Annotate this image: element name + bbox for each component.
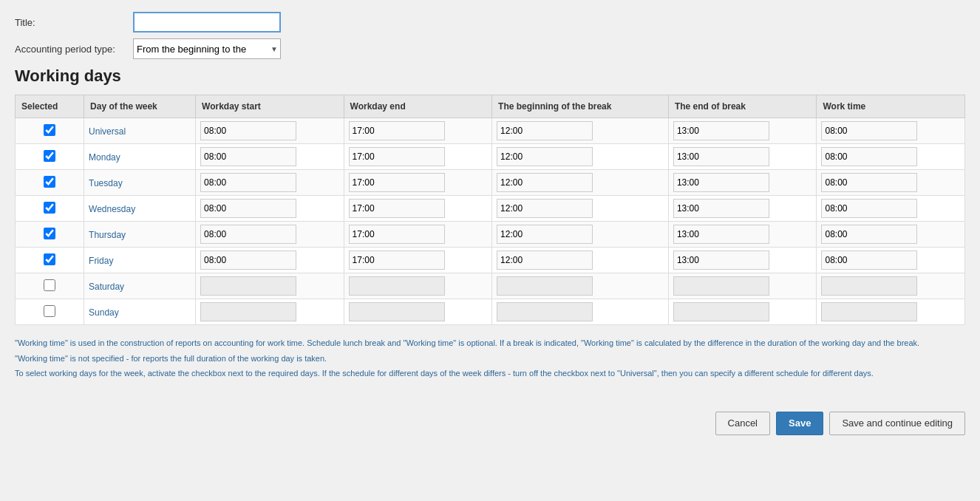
- checkbox-tuesday[interactable]: [44, 176, 55, 188]
- break-start-tuesday[interactable]: [497, 173, 593, 192]
- workday-start-universal[interactable]: [200, 121, 296, 140]
- work-time-thursday[interactable]: [821, 225, 917, 244]
- workday-end-wednesday[interactable]: [349, 199, 445, 218]
- break-start-thursday[interactable]: [497, 225, 593, 244]
- workday-end-monday[interactable]: [349, 147, 445, 166]
- day-name-friday: Friday: [89, 256, 113, 266]
- break-end-friday[interactable]: [673, 250, 769, 270]
- break-start-saturday: [497, 276, 593, 296]
- workday-start-thursday[interactable]: [200, 225, 296, 244]
- break-end-universal[interactable]: [673, 121, 769, 140]
- workday-end-universal[interactable]: [349, 121, 445, 140]
- info-line3: To select working days for the week, act…: [15, 367, 965, 381]
- break-end-thursday[interactable]: [673, 225, 769, 244]
- col-day: Day of the week: [84, 95, 196, 118]
- info-section: "Working time" is used in the constructi…: [15, 337, 965, 381]
- break-end-tuesday[interactable]: [673, 173, 769, 192]
- save-continue-button[interactable]: Save and continue editing: [829, 412, 965, 435]
- workday-start-saturday: [200, 276, 296, 296]
- info-line1: "Working time" is used in the constructi…: [15, 337, 965, 350]
- workday-end-friday[interactable]: [349, 250, 445, 270]
- col-start: Workday start: [196, 95, 344, 118]
- break-end-sunday: [673, 302, 769, 321]
- work-time-tuesday[interactable]: [821, 173, 917, 192]
- break-end-saturday: [673, 276, 769, 296]
- day-name-sunday: Sunday: [89, 307, 119, 318]
- table-row: Tuesday: [16, 170, 965, 196]
- day-name-tuesday: Tuesday: [89, 178, 123, 188]
- workday-start-tuesday[interactable]: [200, 173, 296, 192]
- workday-end-sunday: [349, 302, 445, 321]
- work-time-wednesday[interactable]: [821, 199, 917, 218]
- workday-start-monday[interactable]: [200, 147, 296, 166]
- checkbox-monday[interactable]: [44, 150, 55, 162]
- workday-end-thursday[interactable]: [349, 225, 445, 244]
- col-selected: Selected: [16, 95, 84, 118]
- workday-start-friday[interactable]: [200, 250, 296, 270]
- day-name-universal: Universal: [89, 126, 126, 137]
- work-time-universal[interactable]: [821, 121, 917, 140]
- workday-end-saturday: [349, 276, 445, 296]
- break-end-monday[interactable]: [673, 147, 769, 166]
- day-name-wednesday: Wednesday: [89, 204, 135, 214]
- day-name-saturday: Saturday: [89, 282, 124, 292]
- workday-end-tuesday[interactable]: [349, 173, 445, 192]
- table-row: Universal: [16, 118, 965, 144]
- period-select[interactable]: From the beginning to theMonthlyWeekly: [133, 38, 281, 59]
- cancel-button[interactable]: Cancel: [715, 412, 770, 435]
- table-row: Saturday: [16, 273, 965, 299]
- period-label: Accounting period type:: [15, 44, 133, 55]
- day-name-monday: Monday: [89, 152, 120, 163]
- table-row: Thursday: [16, 222, 965, 248]
- checkbox-universal[interactable]: [44, 124, 55, 136]
- break-start-friday[interactable]: [497, 250, 593, 270]
- save-button[interactable]: Save: [776, 412, 823, 435]
- break-start-wednesday[interactable]: [497, 199, 593, 218]
- section-heading: Working days: [15, 67, 965, 86]
- table-row: Monday: [16, 144, 965, 170]
- footer-buttons: Cancel Save Save and continue editing: [15, 403, 965, 435]
- work-time-sunday: [821, 302, 917, 321]
- checkbox-sunday[interactable]: [44, 305, 55, 317]
- table-row: Sunday: [16, 299, 965, 325]
- work-time-saturday: [821, 276, 917, 296]
- workday-start-wednesday[interactable]: [200, 199, 296, 218]
- break-start-monday[interactable]: [497, 147, 593, 166]
- title-input[interactable]: [133, 12, 281, 33]
- title-label: Title:: [15, 17, 133, 28]
- table-row: Wednesday: [16, 196, 965, 222]
- table-header-row: Selected Day of the week Workday start W…: [16, 95, 965, 118]
- workday-start-sunday: [200, 302, 296, 321]
- col-end: Workday end: [344, 95, 492, 118]
- checkbox-friday[interactable]: [44, 253, 55, 265]
- day-name-thursday: Thursday: [89, 230, 126, 240]
- checkbox-saturday[interactable]: [44, 279, 55, 291]
- break-start-universal[interactable]: [497, 121, 593, 140]
- work-time-friday[interactable]: [821, 250, 917, 270]
- col-break-start: The beginning of the break: [492, 95, 669, 118]
- working-days-table: Selected Day of the week Workday start W…: [15, 95, 965, 325]
- checkbox-wednesday[interactable]: [44, 202, 55, 214]
- break-start-sunday: [497, 302, 593, 321]
- col-break-end: The end of break: [668, 95, 817, 118]
- table-row: Friday: [16, 248, 965, 273]
- checkbox-thursday[interactable]: [44, 228, 55, 239]
- break-end-wednesday[interactable]: [673, 199, 769, 218]
- col-work-time: Work time: [817, 95, 965, 118]
- work-time-monday[interactable]: [821, 147, 917, 166]
- info-line2: "Working time" is not specified - for re…: [15, 352, 965, 366]
